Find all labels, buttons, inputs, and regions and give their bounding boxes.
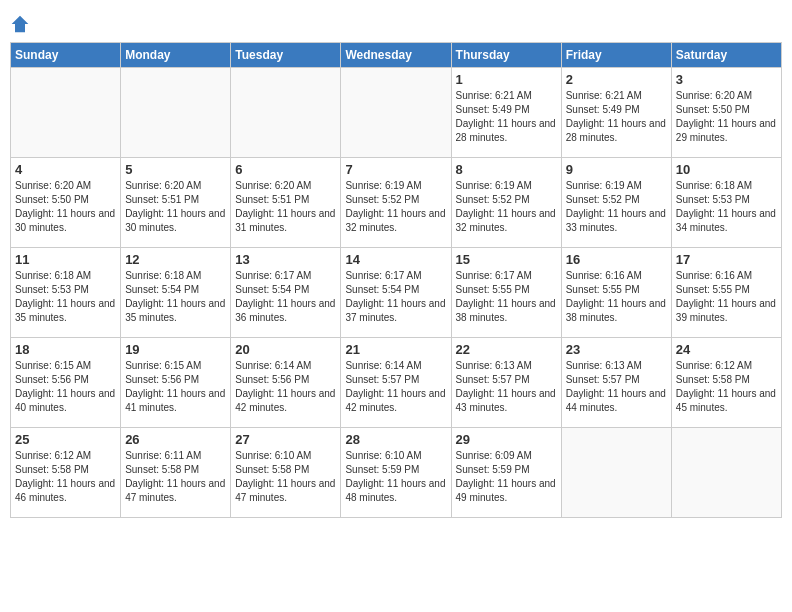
calendar-cell: 18Sunrise: 6:15 AM Sunset: 5:56 PM Dayli…	[11, 338, 121, 428]
day-info: Sunrise: 6:21 AM Sunset: 5:49 PM Dayligh…	[566, 89, 667, 145]
weekday-header-monday: Monday	[121, 43, 231, 68]
calendar-cell: 10Sunrise: 6:18 AM Sunset: 5:53 PM Dayli…	[671, 158, 781, 248]
day-info: Sunrise: 6:15 AM Sunset: 5:56 PM Dayligh…	[125, 359, 226, 415]
day-number: 7	[345, 162, 446, 177]
calendar-cell: 26Sunrise: 6:11 AM Sunset: 5:58 PM Dayli…	[121, 428, 231, 518]
calendar-cell: 28Sunrise: 6:10 AM Sunset: 5:59 PM Dayli…	[341, 428, 451, 518]
day-info: Sunrise: 6:20 AM Sunset: 5:51 PM Dayligh…	[235, 179, 336, 235]
calendar-week-row: 1Sunrise: 6:21 AM Sunset: 5:49 PM Daylig…	[11, 68, 782, 158]
calendar-cell: 29Sunrise: 6:09 AM Sunset: 5:59 PM Dayli…	[451, 428, 561, 518]
calendar-cell: 27Sunrise: 6:10 AM Sunset: 5:58 PM Dayli…	[231, 428, 341, 518]
calendar-cell: 8Sunrise: 6:19 AM Sunset: 5:52 PM Daylig…	[451, 158, 561, 248]
day-number: 8	[456, 162, 557, 177]
day-number: 16	[566, 252, 667, 267]
day-info: Sunrise: 6:16 AM Sunset: 5:55 PM Dayligh…	[566, 269, 667, 325]
calendar-cell: 25Sunrise: 6:12 AM Sunset: 5:58 PM Dayli…	[11, 428, 121, 518]
calendar-table: SundayMondayTuesdayWednesdayThursdayFrid…	[10, 42, 782, 518]
day-info: Sunrise: 6:17 AM Sunset: 5:55 PM Dayligh…	[456, 269, 557, 325]
day-number: 17	[676, 252, 777, 267]
calendar-week-row: 25Sunrise: 6:12 AM Sunset: 5:58 PM Dayli…	[11, 428, 782, 518]
calendar-cell: 20Sunrise: 6:14 AM Sunset: 5:56 PM Dayli…	[231, 338, 341, 428]
calendar-cell	[341, 68, 451, 158]
calendar-cell: 19Sunrise: 6:15 AM Sunset: 5:56 PM Dayli…	[121, 338, 231, 428]
day-number: 1	[456, 72, 557, 87]
day-number: 18	[15, 342, 116, 357]
day-number: 28	[345, 432, 446, 447]
calendar-cell: 15Sunrise: 6:17 AM Sunset: 5:55 PM Dayli…	[451, 248, 561, 338]
weekday-header-friday: Friday	[561, 43, 671, 68]
day-info: Sunrise: 6:20 AM Sunset: 5:50 PM Dayligh…	[15, 179, 116, 235]
weekday-header-thursday: Thursday	[451, 43, 561, 68]
weekday-header-row: SundayMondayTuesdayWednesdayThursdayFrid…	[11, 43, 782, 68]
day-info: Sunrise: 6:14 AM Sunset: 5:57 PM Dayligh…	[345, 359, 446, 415]
day-number: 29	[456, 432, 557, 447]
day-number: 15	[456, 252, 557, 267]
day-info: Sunrise: 6:13 AM Sunset: 5:57 PM Dayligh…	[456, 359, 557, 415]
calendar-cell: 11Sunrise: 6:18 AM Sunset: 5:53 PM Dayli…	[11, 248, 121, 338]
calendar-cell: 4Sunrise: 6:20 AM Sunset: 5:50 PM Daylig…	[11, 158, 121, 248]
calendar-cell	[231, 68, 341, 158]
day-info: Sunrise: 6:10 AM Sunset: 5:59 PM Dayligh…	[345, 449, 446, 505]
calendar-cell: 5Sunrise: 6:20 AM Sunset: 5:51 PM Daylig…	[121, 158, 231, 248]
calendar-cell: 13Sunrise: 6:17 AM Sunset: 5:54 PM Dayli…	[231, 248, 341, 338]
day-info: Sunrise: 6:18 AM Sunset: 5:53 PM Dayligh…	[676, 179, 777, 235]
calendar-cell	[671, 428, 781, 518]
day-info: Sunrise: 6:15 AM Sunset: 5:56 PM Dayligh…	[15, 359, 116, 415]
calendar-cell: 16Sunrise: 6:16 AM Sunset: 5:55 PM Dayli…	[561, 248, 671, 338]
weekday-header-sunday: Sunday	[11, 43, 121, 68]
calendar-cell: 21Sunrise: 6:14 AM Sunset: 5:57 PM Dayli…	[341, 338, 451, 428]
day-number: 4	[15, 162, 116, 177]
day-number: 2	[566, 72, 667, 87]
day-number: 25	[15, 432, 116, 447]
day-number: 19	[125, 342, 226, 357]
logo-icon	[10, 14, 30, 34]
day-info: Sunrise: 6:12 AM Sunset: 5:58 PM Dayligh…	[676, 359, 777, 415]
calendar-week-row: 4Sunrise: 6:20 AM Sunset: 5:50 PM Daylig…	[11, 158, 782, 248]
svg-marker-0	[12, 16, 29, 33]
calendar-cell	[121, 68, 231, 158]
day-number: 22	[456, 342, 557, 357]
day-info: Sunrise: 6:21 AM Sunset: 5:49 PM Dayligh…	[456, 89, 557, 145]
calendar-week-row: 18Sunrise: 6:15 AM Sunset: 5:56 PM Dayli…	[11, 338, 782, 428]
day-info: Sunrise: 6:10 AM Sunset: 5:58 PM Dayligh…	[235, 449, 336, 505]
calendar-cell: 23Sunrise: 6:13 AM Sunset: 5:57 PM Dayli…	[561, 338, 671, 428]
calendar-cell: 14Sunrise: 6:17 AM Sunset: 5:54 PM Dayli…	[341, 248, 451, 338]
calendar-cell: 12Sunrise: 6:18 AM Sunset: 5:54 PM Dayli…	[121, 248, 231, 338]
day-info: Sunrise: 6:20 AM Sunset: 5:51 PM Dayligh…	[125, 179, 226, 235]
day-number: 6	[235, 162, 336, 177]
day-number: 11	[15, 252, 116, 267]
day-number: 20	[235, 342, 336, 357]
logo	[10, 10, 34, 34]
day-info: Sunrise: 6:20 AM Sunset: 5:50 PM Dayligh…	[676, 89, 777, 145]
calendar-cell	[561, 428, 671, 518]
calendar-cell: 7Sunrise: 6:19 AM Sunset: 5:52 PM Daylig…	[341, 158, 451, 248]
calendar-cell: 24Sunrise: 6:12 AM Sunset: 5:58 PM Dayli…	[671, 338, 781, 428]
weekday-header-wednesday: Wednesday	[341, 43, 451, 68]
day-info: Sunrise: 6:18 AM Sunset: 5:54 PM Dayligh…	[125, 269, 226, 325]
day-number: 13	[235, 252, 336, 267]
day-number: 27	[235, 432, 336, 447]
day-info: Sunrise: 6:19 AM Sunset: 5:52 PM Dayligh…	[566, 179, 667, 235]
day-info: Sunrise: 6:14 AM Sunset: 5:56 PM Dayligh…	[235, 359, 336, 415]
day-info: Sunrise: 6:18 AM Sunset: 5:53 PM Dayligh…	[15, 269, 116, 325]
weekday-header-saturday: Saturday	[671, 43, 781, 68]
day-info: Sunrise: 6:19 AM Sunset: 5:52 PM Dayligh…	[456, 179, 557, 235]
day-number: 3	[676, 72, 777, 87]
calendar-cell: 3Sunrise: 6:20 AM Sunset: 5:50 PM Daylig…	[671, 68, 781, 158]
day-number: 21	[345, 342, 446, 357]
calendar-cell: 9Sunrise: 6:19 AM Sunset: 5:52 PM Daylig…	[561, 158, 671, 248]
calendar-cell: 2Sunrise: 6:21 AM Sunset: 5:49 PM Daylig…	[561, 68, 671, 158]
day-info: Sunrise: 6:12 AM Sunset: 5:58 PM Dayligh…	[15, 449, 116, 505]
day-info: Sunrise: 6:13 AM Sunset: 5:57 PM Dayligh…	[566, 359, 667, 415]
day-number: 26	[125, 432, 226, 447]
calendar-cell: 6Sunrise: 6:20 AM Sunset: 5:51 PM Daylig…	[231, 158, 341, 248]
calendar-week-row: 11Sunrise: 6:18 AM Sunset: 5:53 PM Dayli…	[11, 248, 782, 338]
day-number: 14	[345, 252, 446, 267]
day-number: 10	[676, 162, 777, 177]
day-number: 9	[566, 162, 667, 177]
calendar-cell: 22Sunrise: 6:13 AM Sunset: 5:57 PM Dayli…	[451, 338, 561, 428]
day-info: Sunrise: 6:11 AM Sunset: 5:58 PM Dayligh…	[125, 449, 226, 505]
page-header	[10, 10, 782, 34]
calendar-cell: 1Sunrise: 6:21 AM Sunset: 5:49 PM Daylig…	[451, 68, 561, 158]
day-number: 24	[676, 342, 777, 357]
